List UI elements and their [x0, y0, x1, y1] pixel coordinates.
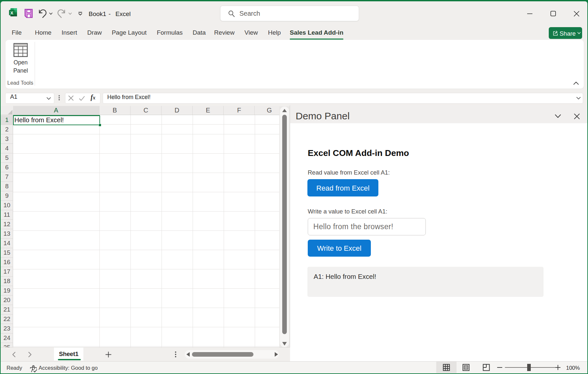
svg-text:X: X: [10, 10, 13, 15]
